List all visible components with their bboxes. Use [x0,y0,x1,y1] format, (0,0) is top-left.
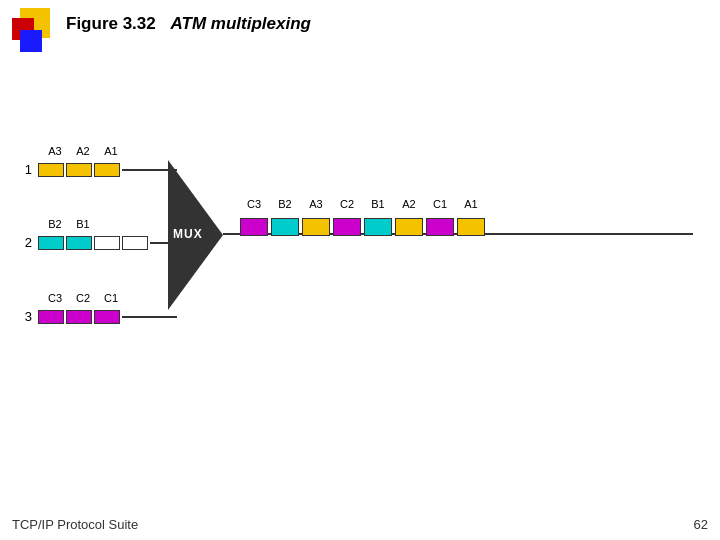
out-label-c1: C1 [426,198,454,210]
stream3-row: 3 [20,309,177,324]
stream2-cell-b1 [66,236,92,250]
stream3-labels: C3 C2 C1 [42,292,126,304]
out-cell-c1 [426,218,454,236]
mux-area: MUX [168,160,223,310]
out-label-c3: C3 [240,198,268,210]
out-cell-b2 [271,218,299,236]
out-label-b1: B1 [364,198,392,210]
out-label-c2: C2 [333,198,361,210]
out-cell-c3 [240,218,268,236]
footer-right: 62 [694,517,708,532]
stream2-labels: B2 B1 [42,218,98,230]
stream3-number: 3 [20,309,32,324]
logo [12,8,56,60]
out-cell-a1 [457,218,485,236]
header-title: Figure 3.32 ATM multiplexing [66,14,311,34]
out-label-b2: B2 [271,198,299,210]
output-labels-row: C3 B2 A3 C2 B1 A2 C1 A1 [240,198,488,210]
out-label-a2: A2 [395,198,423,210]
stream2-label-b2: B2 [42,218,68,230]
out-cell-b1 [364,218,392,236]
header: Figure 3.32 ATM multiplexing [0,0,720,68]
stream1-cell-a2 [66,163,92,177]
stream2-cell-empty2 [122,236,148,250]
stream1-cell-a3 [38,163,64,177]
out-label-a1: A1 [457,198,485,210]
stream1-cell-a1 [94,163,120,177]
stream1-label-a1: A1 [98,145,124,157]
out-cell-c2 [333,218,361,236]
stream2-label-b1: B1 [70,218,96,230]
stream3-label-c3: C3 [42,292,68,304]
stream2-cell-b2 [38,236,64,250]
output-cells-row [240,218,488,236]
stream1-label-a3: A3 [42,145,68,157]
mux-label: MUX [173,227,203,241]
stream3-cell-c3 [38,310,64,324]
stream2-cell-empty1 [94,236,120,250]
figure-label: Figure 3.32 [66,14,156,33]
stream1-row: 1 [20,162,177,177]
stream3-label-c2: C2 [70,292,96,304]
out-cell-a2 [395,218,423,236]
stream2-number: 2 [20,235,32,250]
stream3-cell-c2 [66,310,92,324]
stream1-label-a2: A2 [70,145,96,157]
stream3-label-c1: C1 [98,292,124,304]
out-cell-a3 [302,218,330,236]
footer-left: TCP/IP Protocol Suite [12,517,138,532]
out-label-a3: A3 [302,198,330,210]
diagram: A3 A2 A1 1 B2 B1 2 C3 C2 C1 3 [0,70,720,500]
stream1-number: 1 [20,162,32,177]
stream2-row: 2 [20,235,177,250]
logo-blue [20,30,42,52]
stream3-line [122,316,177,318]
stream1-labels: A3 A2 A1 [42,145,126,157]
figure-desc: ATM multiplexing [171,14,311,33]
stream3-cell-c1 [94,310,120,324]
